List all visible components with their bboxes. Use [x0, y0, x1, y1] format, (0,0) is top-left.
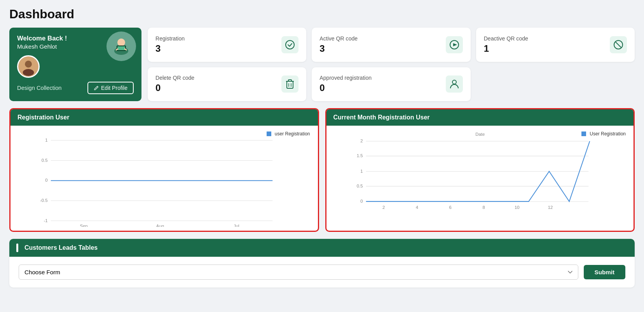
stat-card-registration: Registration 3 — [148, 28, 306, 62]
stat-label-registration: Registration — [155, 35, 185, 42]
svg-point-2 — [117, 39, 125, 46]
registration-legend-color — [267, 131, 271, 136]
svg-text:1.5: 1.5 — [356, 153, 363, 158]
registration-user-chart-body: user Registration 1 0.5 0 -0.5 -1 Sep Au… — [10, 126, 318, 231]
trash-icon — [281, 75, 298, 93]
person-icon — [446, 75, 463, 93]
top-row: Welcome Back ! Mukesh Gehlot Design Coll… — [9, 28, 635, 101]
sidebar-toggle-bar — [16, 244, 18, 252]
svg-text:0: 0 — [45, 178, 47, 182]
registration-user-chart-header: Registration User — [10, 109, 318, 126]
svg-text:Jul: Jul — [234, 224, 239, 227]
stat-label-deactive-qr: Deactive QR code — [484, 35, 528, 42]
stat-value-approved-reg: 0 — [319, 82, 372, 93]
svg-point-10 — [23, 69, 34, 76]
stat-card-active-qr: Active QR code 3 — [312, 28, 470, 62]
current-month-chart-header: Current Month Registration User — [326, 109, 634, 126]
customers-leads-header: Customers Leads Tables — [9, 239, 635, 257]
customers-leads-body: Choose Form Submit — [9, 257, 635, 287]
svg-text:1: 1 — [45, 138, 47, 142]
customers-leads-section: Customers Leads Tables Choose Form Submi… — [9, 239, 635, 287]
svg-text:-0.5: -0.5 — [40, 198, 48, 203]
svg-text:2: 2 — [382, 205, 385, 210]
svg-text:0.5: 0.5 — [356, 184, 363, 188]
current-month-chart-body: User Registration Date 2 1.5 1 0.5 0 2 4 — [326, 126, 634, 231]
illustration — [106, 31, 137, 62]
registration-user-chart: Registration User user Registration 1 0.… — [9, 108, 319, 232]
page-title: Dashboard — [9, 7, 635, 21]
svg-text:-1: -1 — [44, 218, 47, 223]
stat-card-approved-reg: Approved registration 0 — [312, 67, 470, 102]
ban-circle-icon — [610, 36, 627, 53]
current-month-legend-color — [581, 131, 586, 136]
current-month-legend: User Registration — [581, 131, 626, 137]
registration-legend-label: user Registration — [275, 131, 310, 137]
svg-text:6: 6 — [449, 205, 451, 210]
stat-value-registration: 3 — [155, 43, 185, 54]
svg-text:0.5: 0.5 — [42, 158, 48, 163]
stat-label-approved-reg: Approved registration — [319, 75, 372, 81]
stat-value-deactive-qr: 1 — [484, 43, 528, 54]
check-circle-icon — [281, 36, 298, 53]
stat-value-active-qr: 3 — [319, 43, 358, 54]
svg-text:4: 4 — [415, 205, 418, 210]
stat-cards: Registration 3 Active QR code 3 — [148, 28, 635, 101]
stat-card-deactive-qr: Deactive QR code 1 — [476, 28, 635, 62]
customers-leads-title: Customers Leads Tables — [24, 244, 98, 251]
profile-bottom: Design Collection Edit Profile — [17, 82, 134, 94]
svg-text:0: 0 — [360, 199, 363, 203]
svg-text:12: 12 — [548, 205, 553, 210]
registration-chart-legend: user Registration — [267, 131, 310, 137]
stat-value-delete-qr: 0 — [155, 82, 194, 93]
svg-text:Sep: Sep — [80, 224, 87, 227]
stat-label-delete-qr: Delete QR code — [155, 75, 194, 81]
svg-line-15 — [616, 42, 621, 47]
edit-profile-button[interactable]: Edit Profile — [87, 82, 134, 94]
play-circle-icon — [446, 36, 463, 53]
svg-point-21 — [452, 80, 456, 84]
registration-chart-svg: 1 0.5 0 -0.5 -1 Sep Aug Jul Month — [14, 130, 314, 227]
svg-text:8: 8 — [482, 205, 485, 210]
svg-point-11 — [286, 40, 294, 49]
svg-rect-16 — [287, 81, 293, 88]
svg-text:Aug: Aug — [156, 224, 164, 227]
stat-card-delete-qr: Delete QR code 0 — [148, 67, 306, 102]
current-month-chart: Current Month Registration User User Reg… — [325, 108, 635, 232]
svg-text:2: 2 — [360, 138, 363, 143]
profile-card: Welcome Back ! Mukesh Gehlot Design Coll… — [9, 28, 141, 101]
current-month-legend-label: User Registration — [590, 131, 626, 137]
charts-row: Registration User user Registration 1 0.… — [9, 108, 635, 232]
submit-button[interactable]: Submit — [584, 265, 625, 279]
svg-rect-5 — [117, 46, 125, 50]
avatar — [17, 55, 40, 78]
svg-text:Date: Date — [475, 132, 485, 137]
svg-point-9 — [25, 61, 32, 68]
svg-rect-18 — [288, 80, 291, 81]
collection-name: Design Collection — [17, 85, 62, 91]
stat-label-active-qr: Active QR code — [319, 35, 358, 42]
choose-form-select[interactable]: Choose Form — [19, 265, 578, 280]
svg-text:10: 10 — [514, 205, 519, 210]
current-month-chart-svg: Date 2 1.5 1 0.5 0 2 4 6 8 10 12 — [330, 130, 630, 227]
svg-text:1: 1 — [360, 169, 363, 174]
svg-marker-13 — [453, 43, 457, 46]
